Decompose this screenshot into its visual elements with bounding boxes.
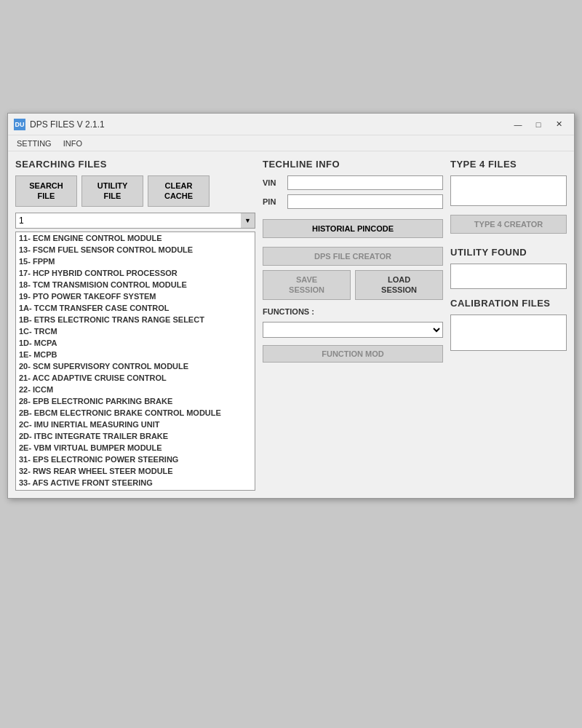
search-input[interactable]: [15, 213, 255, 229]
historial-pincode-button[interactable]: HISTORIAL PINCODE: [263, 219, 443, 238]
list-item[interactable]: 1B- ETRS ELECTRONIC TRANS RANGE SELECT: [16, 314, 255, 325]
calibration-textarea[interactable]: [450, 314, 567, 351]
functions-select[interactable]: [263, 322, 443, 338]
load-session-button[interactable]: LOADSESSION: [355, 270, 443, 300]
pin-input[interactable]: [287, 194, 443, 209]
maximize-button[interactable]: □: [529, 117, 548, 132]
utility-found-textarea[interactable]: [450, 264, 567, 289]
main-window: DU DPS FILES V 2.1.1 — □ ✕ SETTING INFO …: [7, 113, 575, 499]
right-middle-row: DPS FILE CREATOR SAVESESSION LOADSESSION…: [263, 247, 567, 363]
list-item[interactable]: 20- SCM SUPERVISORY CONTROL MODULE: [16, 360, 255, 372]
list-item[interactable]: 2E- VBM VIRTUAL BUMPER MODULE: [16, 442, 255, 454]
list-item[interactable]: 17- HCP HYBRID CONTROL PROCESSOR: [16, 267, 255, 279]
list-item[interactable]: 18- TCM TRANSMISION CONTROL MODULE: [16, 279, 255, 290]
calibration-title: CALIBRATION FILES: [450, 298, 567, 309]
menu-item-setting[interactable]: SETTING: [11, 138, 57, 149]
list-item[interactable]: 31- EPS ELECTRONIC POWER STEERING: [16, 454, 255, 465]
main-content: SEARCHING FILES SEARCHFILE UTILITYFILE C…: [8, 151, 574, 498]
list-item[interactable]: 33- AFS ACTIVE FRONT STEERING: [16, 477, 255, 488]
utility-found-title: UTILITY FOUND: [450, 247, 567, 258]
list-item[interactable]: 1E- MCPB: [16, 349, 255, 360]
menu-bar: SETTING INFO: [8, 135, 574, 151]
list-item[interactable]: 1D- MCPA: [16, 337, 255, 349]
dps-section: DPS FILE CREATOR SAVESESSION LOADSESSION…: [263, 247, 443, 363]
app-icon: DU: [14, 119, 25, 130]
search-dropdown-container: ▼: [15, 213, 255, 229]
title-bar: DU DPS FILES V 2.1.1 — □ ✕: [8, 114, 574, 135]
session-row: SAVESESSION LOADSESSION: [263, 270, 443, 300]
vin-label: VIN: [263, 178, 283, 187]
module-list[interactable]: 11- ECM ENGINE CONTROL MODULE 13- FSCM F…: [15, 232, 255, 491]
utility-found-section: UTILITY FOUND CALIBRATION FILES: [450, 247, 567, 363]
type4-creator-button[interactable]: TYPE 4 CREATOR: [450, 215, 567, 234]
minimize-button[interactable]: —: [509, 117, 527, 132]
techline-title: TECHLINE INFO: [263, 159, 443, 170]
left-panel: SEARCHING FILES SEARCHFILE UTILITYFILE C…: [15, 159, 255, 491]
pin-label: PIN: [263, 197, 283, 206]
window-controls: — □ ✕: [509, 117, 568, 132]
list-item[interactable]: 19- PTO POWER TAKEOFF SYSTEM: [16, 290, 255, 302]
utility-file-button[interactable]: UTILITYFILE: [81, 175, 143, 207]
list-item[interactable]: 21- ACC ADAPTIVE CRUISE CONTROL: [16, 372, 255, 384]
vin-row: VIN: [263, 175, 443, 190]
list-item[interactable]: 15- FPPM: [16, 256, 255, 267]
techline-section: TECHLINE INFO VIN PIN HISTORIAL PINCODE: [263, 159, 443, 238]
vin-input[interactable]: [287, 175, 443, 190]
pin-row: PIN: [263, 194, 443, 209]
type4-title: TYPE 4 FILES: [450, 159, 567, 170]
right-panel: TECHLINE INFO VIN PIN HISTORIAL PINCODE …: [263, 159, 567, 491]
search-file-button[interactable]: SEARCHFILE: [15, 175, 77, 207]
close-button[interactable]: ✕: [549, 117, 568, 132]
menu-item-info[interactable]: INFO: [57, 138, 88, 149]
function-mod-button[interactable]: FUNCTION MOD: [263, 345, 443, 363]
save-session-button[interactable]: SAVESESSION: [263, 270, 351, 300]
list-item[interactable]: 1A- TCCM TRANSFER CASE CONTROL: [16, 302, 255, 314]
functions-label: FUNCTIONS :: [263, 307, 443, 316]
list-item[interactable]: 2D- ITBC INTEGRATE TRAILER BRAKE: [16, 430, 255, 442]
action-button-row: SEARCHFILE UTILITYFILE CLEARCACHE: [15, 175, 255, 207]
right-top-row: TECHLINE INFO VIN PIN HISTORIAL PINCODE …: [263, 159, 567, 238]
list-item[interactable]: 1C- TRCM: [16, 325, 255, 337]
list-item[interactable]: 13- FSCM FUEL SENSOR CONTROL MODULE: [16, 244, 255, 256]
list-item[interactable]: 11- ECM ENGINE CONTROL MODULE: [16, 232, 255, 244]
list-item[interactable]: 32- RWS REAR WHEEL STEER MODULE: [16, 465, 255, 477]
type4-textarea[interactable]: [450, 175, 567, 206]
title-bar-left: DU DPS FILES V 2.1.1: [14, 119, 105, 130]
calibration-section: CALIBRATION FILES: [450, 298, 567, 354]
list-item[interactable]: 22- ICCM: [16, 384, 255, 395]
dps-file-creator-button[interactable]: DPS FILE CREATOR: [263, 247, 443, 266]
list-item[interactable]: 2B- EBCM ELECTRONIC BRAKE CONTROL MODULE: [16, 407, 255, 419]
list-item[interactable]: 28- EPB ELECTRONIC PARKING BRAKE: [16, 395, 255, 407]
dropdown-arrow-icon[interactable]: ▼: [241, 213, 255, 229]
searching-files-title: SEARCHING FILES: [15, 159, 255, 170]
type4-section: TYPE 4 FILES TYPE 4 CREATOR: [450, 159, 567, 238]
list-item[interactable]: 2C- IMU INERTIAL MEASURING UNIT: [16, 419, 255, 430]
window-title: DPS FILES V 2.1.1: [30, 119, 105, 130]
clear-cache-button[interactable]: CLEARCACHE: [148, 175, 210, 207]
